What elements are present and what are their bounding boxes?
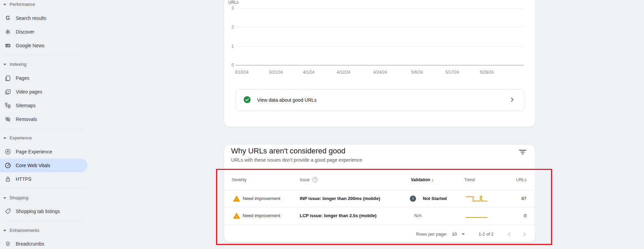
x-tick-label: 5/28/24 bbox=[475, 70, 499, 75]
x-tick-label: 4/12/24 bbox=[332, 70, 355, 75]
google-news-icon bbox=[4, 42, 11, 49]
sidebar-item-google-news[interactable]: Google News bbox=[0, 39, 88, 52]
table-separator bbox=[224, 225, 535, 225]
gridline bbox=[236, 27, 524, 27]
x-tick-label: 3/10/24 bbox=[230, 70, 254, 75]
svg-text:!: ! bbox=[236, 215, 237, 218]
pages-icon bbox=[4, 75, 11, 82]
filter-list-icon[interactable] bbox=[518, 148, 527, 157]
column-header-issue[interactable]: Issue bbox=[300, 177, 310, 183]
warning-triangle-icon: ! bbox=[233, 213, 240, 219]
collapse-caret-icon bbox=[3, 137, 6, 139]
rows-per-page-dropdown-caret-icon[interactable] bbox=[461, 233, 465, 235]
chevron-right-icon[interactable] bbox=[508, 96, 516, 104]
next-page-chevron-icon[interactable] bbox=[520, 230, 528, 238]
rows-per-page-value[interactable]: 10 bbox=[452, 232, 457, 237]
sidebar-item-video-pages[interactable]: Video pages bbox=[0, 85, 88, 99]
video-pages-icon bbox=[4, 88, 11, 95]
sidebar-item-breadcrumbs[interactable]: Breadcrumbs bbox=[0, 237, 88, 249]
sidebar-section-shopping[interactable]: Shopping bbox=[0, 194, 88, 202]
x-tick-label: 4/1/24 bbox=[297, 70, 321, 75]
y-tick-label: 3 bbox=[224, 5, 234, 11]
validation-status: Not Started bbox=[423, 196, 447, 201]
google-g-icon bbox=[4, 15, 11, 22]
sidebar-divider bbox=[3, 221, 83, 222]
x-tick-label: 4/24/24 bbox=[368, 70, 392, 75]
discover-sparkle-icon bbox=[4, 28, 11, 35]
breadcrumbs-layers-icon bbox=[4, 240, 11, 247]
shopping-tag-icon bbox=[4, 208, 11, 215]
y-tick-label: 1 bbox=[224, 43, 234, 49]
collapse-caret-icon bbox=[3, 197, 6, 199]
sidebar-item-core-web-vitals[interactable]: Core Web Vitals bbox=[0, 159, 88, 172]
validation-status: N/A bbox=[414, 213, 422, 219]
gridline bbox=[236, 46, 524, 47]
y-tick-label: 0 bbox=[224, 62, 234, 68]
x-tick-label: 3/21/24 bbox=[264, 70, 288, 75]
pagination-range: 1-2 of 2 bbox=[479, 232, 494, 237]
x-tick-label: 5/17/24 bbox=[440, 70, 464, 75]
core-web-vitals-speedometer-icon bbox=[4, 162, 11, 169]
column-header-severity[interactable]: Severity bbox=[232, 177, 246, 183]
collapse-caret-icon bbox=[3, 4, 6, 5]
sidebar-item-sitemaps[interactable]: Sitemaps bbox=[0, 99, 88, 112]
sort-descending-arrow-icon: ↓ bbox=[431, 177, 433, 182]
sitemaps-tree-icon bbox=[4, 102, 11, 109]
y-axis-title: URLs bbox=[228, 0, 239, 5]
sidebar-item-https[interactable]: HTTPS bbox=[0, 172, 88, 186]
sidebar-section-indexing[interactable]: Indexing bbox=[0, 60, 88, 69]
x-axis-line bbox=[236, 65, 524, 65]
sidebar-divider bbox=[3, 55, 83, 55]
issue-link[interactable]: INP issue: longer than 200ms (mobile) bbox=[300, 196, 380, 201]
sidebar-section-performance[interactable]: Performance bbox=[0, 0, 88, 9]
issues-card-subtitle: URLs with these issues don't provide a g… bbox=[231, 157, 362, 163]
sidebar-divider bbox=[3, 187, 83, 188]
x-tick-label: 5/6/24 bbox=[405, 70, 429, 75]
svg-text:!: ! bbox=[236, 198, 237, 201]
removals-eye-off-icon bbox=[4, 116, 11, 123]
sidebar-section-enhancements[interactable]: Enhancements bbox=[0, 226, 88, 235]
y-tick-label: 2 bbox=[224, 24, 234, 30]
core-web-vitals-page: Performance Search results Discover Goog… bbox=[0, 0, 644, 249]
rows-per-page-label: Rows per page: bbox=[416, 232, 447, 237]
column-header-validation[interactable]: Validation ↓ bbox=[411, 177, 433, 183]
green-check-circle-icon bbox=[243, 96, 251, 103]
not-started-badge-icon bbox=[410, 196, 416, 202]
urls-count: 0 bbox=[492, 213, 526, 219]
sidebar-divider bbox=[3, 129, 83, 129]
sidebar-item-shopping-tab-listings[interactable]: Shopping tab listings bbox=[0, 204, 88, 218]
urls-count: 87 bbox=[492, 196, 526, 201]
sidebar-section-experience[interactable]: Experience bbox=[0, 134, 88, 142]
sidebar-item-removals[interactable]: Removals bbox=[0, 112, 88, 126]
sidebar-item-search-results[interactable]: Search results bbox=[0, 11, 88, 25]
gridline bbox=[236, 8, 524, 9]
collapse-caret-icon bbox=[3, 64, 6, 65]
sidebar-item-page-experience[interactable]: Page Experience bbox=[0, 145, 88, 159]
column-header-trend[interactable]: Trend bbox=[464, 177, 475, 183]
severity-label: Need improvement bbox=[243, 213, 280, 219]
page-experience-icon bbox=[4, 148, 11, 155]
previous-page-chevron-icon[interactable] bbox=[505, 230, 513, 238]
trend-sparkline bbox=[465, 214, 488, 221]
sidebar-item-discover[interactable]: Discover bbox=[0, 25, 88, 39]
issue-link[interactable]: LCP issue: longer than 2.5s (mobile) bbox=[300, 213, 376, 219]
issues-card-title: Why URLs aren't considered good bbox=[231, 147, 345, 155]
severity-label: Need improvement bbox=[243, 196, 280, 201]
collapse-caret-icon bbox=[3, 230, 6, 232]
sidebar-item-pages[interactable]: Pages bbox=[0, 71, 88, 85]
issue-help-icon[interactable] bbox=[312, 177, 318, 182]
https-lock-icon bbox=[4, 176, 11, 183]
banner-label: View data about good URLs bbox=[257, 96, 317, 104]
warning-triangle-icon: ! bbox=[233, 196, 240, 202]
trend-sparkline bbox=[465, 195, 488, 202]
column-header-urls[interactable]: URLs bbox=[492, 177, 526, 183]
